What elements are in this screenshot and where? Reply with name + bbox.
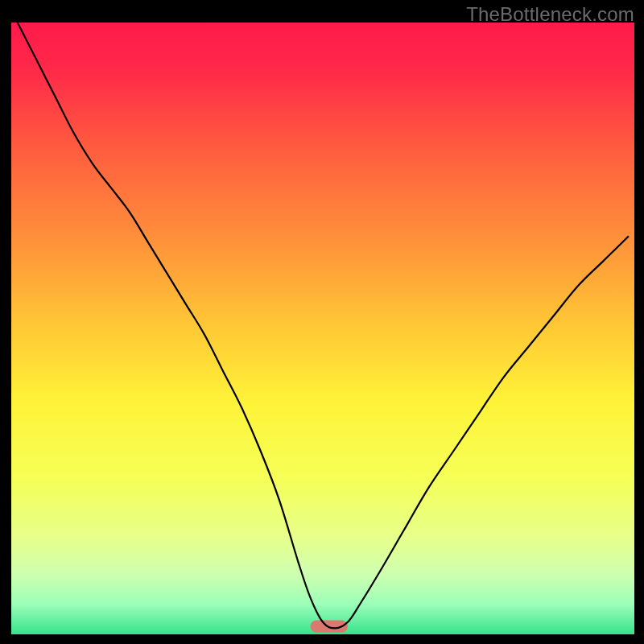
chart-svg <box>11 23 634 634</box>
svg-rect-0 <box>11 23 634 634</box>
chart-container: TheBottleneck.com <box>0 0 644 644</box>
plot-area <box>11 23 634 634</box>
